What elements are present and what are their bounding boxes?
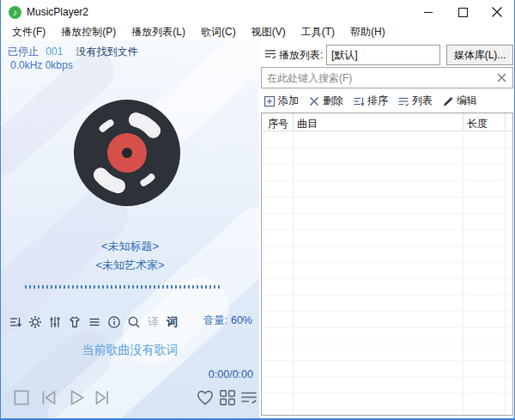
play-order-button[interactable] — [9, 315, 22, 329]
stop-button[interactable] — [11, 387, 32, 408]
delete-icon — [308, 95, 320, 107]
menu-tools[interactable]: 工具(T) — [294, 23, 342, 41]
status-line: 已停止 001 没有找到文件 — [8, 45, 138, 59]
media-library-button[interactable] — [217, 387, 238, 408]
sort-label: 排序 — [367, 94, 388, 108]
add-label: 添加 — [278, 94, 299, 108]
desktop-lyric-button[interactable]: 词 — [166, 314, 179, 330]
search-button[interactable] — [127, 315, 141, 329]
search-clear-button[interactable] — [494, 70, 509, 85]
track-table[interactable]: 序号 曲目 长度 — [261, 113, 513, 416]
menu-file[interactable]: 文件(F) — [4, 23, 53, 41]
menu-bar: 文件(F) 播放控制(P) 播放列表(L) 歌词(C) 视图(V) 工具(T) … — [1, 24, 514, 40]
app-window: ♪ MusicPlayer2 文件(F) 播放控制(P) 播放列表(L) 歌词(… — [0, 0, 515, 420]
main-menu-button[interactable] — [88, 315, 101, 329]
next-button[interactable] — [92, 387, 112, 408]
volume-display[interactable]: 音量: 60% — [203, 313, 252, 328]
column-header-number[interactable]: 序号 — [268, 117, 288, 131]
playlist-label: 播放列表: — [279, 48, 323, 63]
column-gridline — [293, 132, 294, 415]
playlist-header-row: 播放列表: [默认] 媒体库(L)... — [259, 42, 515, 66]
stream-info: 0.0kHz 0kbps — [10, 59, 73, 71]
status-message: 没有找到文件 — [76, 46, 138, 58]
maximize-icon — [458, 8, 468, 17]
column-header-length[interactable]: 长度 — [467, 117, 488, 131]
list-label: 列表 — [412, 94, 433, 108]
playlist-icon — [264, 47, 277, 61]
menu-icon — [88, 315, 101, 329]
playback-state: 已停止 — [8, 46, 39, 58]
track-title: <未知标题> — [1, 239, 259, 254]
list-icon — [397, 95, 409, 107]
media-library-dialog-button[interactable]: 媒体库(L)... — [446, 45, 513, 65]
edit-pencil-icon — [442, 95, 454, 107]
playlist-toolbar: 添加 删除 排序 列表 编辑 — [259, 91, 515, 111]
progress-bar[interactable] — [25, 285, 222, 289]
column-separator[interactable] — [293, 113, 294, 131]
album-cover-vinyl — [70, 96, 184, 210]
title-bar[interactable]: ♪ MusicPlayer2 — [1, 0, 514, 24]
playlist-panel: 播放列表: [默认] 媒体库(L)... 添加 删除 排序 — [259, 40, 515, 418]
column-separator[interactable] — [463, 113, 464, 131]
gear-icon — [28, 315, 42, 329]
equalizer-button[interactable] — [48, 315, 62, 329]
menu-help[interactable]: 帮助(H) — [342, 23, 393, 41]
column-gridline — [463, 132, 464, 415]
equalizer-icon — [48, 315, 62, 329]
column-gridline — [505, 132, 506, 415]
maximize-button[interactable] — [445, 0, 480, 24]
info-icon — [107, 315, 121, 329]
menu-lyrics[interactable]: 歌词(C) — [193, 23, 244, 41]
edit-label: 编辑 — [457, 94, 477, 108]
list-button[interactable]: 列表 — [397, 94, 433, 108]
transport-controls — [1, 383, 259, 417]
app-logo-icon: ♪ — [9, 6, 21, 19]
info-button[interactable] — [107, 315, 121, 329]
minimize-icon — [424, 8, 433, 17]
sort-icon — [353, 95, 365, 107]
delete-button[interactable]: 删除 — [308, 94, 343, 108]
menu-playback-control[interactable]: 播放控制(P) — [53, 23, 124, 41]
lyric-translate-button[interactable]: 译 — [147, 314, 160, 330]
search-input[interactable] — [262, 68, 494, 88]
skin-button[interactable] — [68, 315, 82, 329]
menu-playlist[interactable]: 播放列表(L) — [124, 23, 193, 41]
volume-label: 音量: — [203, 314, 227, 326]
add-icon — [264, 95, 276, 107]
column-separator[interactable] — [505, 113, 506, 131]
tshirt-icon — [68, 315, 82, 329]
previous-button[interactable] — [39, 387, 59, 408]
track-index: 001 — [45, 46, 63, 58]
search-icon — [127, 315, 141, 329]
playlist-toggle-button[interactable] — [239, 387, 259, 408]
time-display: 0:00/0:00 — [209, 368, 253, 380]
column-header-track[interactable]: 曲目 — [297, 117, 318, 131]
no-lyric-message: 当前歌曲没有歌词 — [1, 343, 259, 358]
player-panel: 已停止 001 没有找到文件 0.0kHz 0kbps <未知标题> <未知艺术… — [1, 40, 259, 418]
sort-button[interactable]: 排序 — [353, 94, 388, 108]
menu-view[interactable]: 视图(V) — [244, 23, 294, 41]
close-button[interactable] — [480, 0, 514, 24]
table-body-empty[interactable] — [262, 132, 512, 415]
play-button[interactable] — [66, 387, 87, 408]
favorite-button[interactable] — [195, 387, 215, 408]
search-box — [261, 67, 513, 88]
play-order-icon — [9, 315, 22, 329]
add-button[interactable]: 添加 — [264, 94, 299, 108]
volume-value: 60% — [231, 314, 252, 326]
track-artist: <未知艺术家> — [1, 258, 259, 273]
window-title: MusicPlayer2 — [27, 6, 88, 18]
table-header: 序号 曲目 长度 — [262, 113, 512, 131]
minimize-button[interactable] — [411, 0, 445, 24]
settings-button[interactable] — [28, 315, 42, 329]
edit-button[interactable]: 编辑 — [442, 94, 477, 108]
close-icon — [492, 7, 502, 17]
delete-label: 删除 — [323, 94, 343, 108]
clear-icon — [497, 73, 506, 82]
playlist-select[interactable]: [默认] — [326, 45, 440, 65]
